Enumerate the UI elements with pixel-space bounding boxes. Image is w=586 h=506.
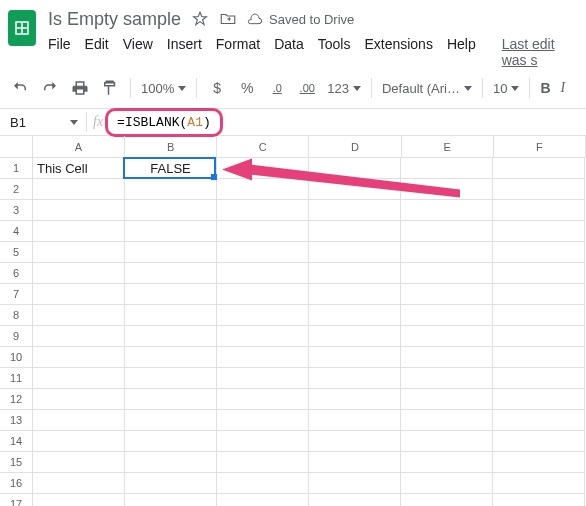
cell[interactable] (309, 410, 401, 431)
cell[interactable] (33, 431, 125, 452)
zoom-selector[interactable]: 100% (141, 81, 186, 96)
cell[interactable] (33, 326, 125, 347)
name-box[interactable]: B1 (0, 115, 86, 130)
cell[interactable] (217, 368, 309, 389)
menu-help[interactable]: Help (447, 36, 476, 68)
cell[interactable] (401, 200, 493, 221)
row-header[interactable]: 9 (0, 326, 33, 347)
font-selector[interactable]: Default (Ari… (382, 81, 472, 96)
row-header[interactable]: 13 (0, 410, 33, 431)
cell[interactable]: FALSE (125, 158, 217, 179)
cell[interactable] (33, 452, 125, 473)
cell[interactable] (493, 305, 585, 326)
row-header[interactable]: 3 (0, 200, 33, 221)
cell[interactable] (401, 431, 493, 452)
row-header[interactable]: 2 (0, 179, 33, 200)
row-header[interactable]: 16 (0, 473, 33, 494)
cell[interactable] (493, 158, 585, 179)
move-folder-icon[interactable] (219, 10, 237, 28)
cell[interactable] (309, 242, 401, 263)
column-header[interactable]: D (309, 136, 401, 158)
cell[interactable] (217, 326, 309, 347)
cell[interactable] (493, 494, 585, 506)
cell[interactable] (217, 431, 309, 452)
row-header[interactable]: 8 (0, 305, 33, 326)
cell[interactable] (33, 200, 125, 221)
cell[interactable] (125, 389, 217, 410)
cell[interactable] (33, 473, 125, 494)
print-icon[interactable] (70, 78, 90, 98)
cell[interactable] (493, 221, 585, 242)
menu-file[interactable]: File (48, 36, 71, 68)
row-header[interactable]: 10 (0, 347, 33, 368)
cell[interactable] (309, 179, 401, 200)
cell[interactable] (493, 389, 585, 410)
cell[interactable] (401, 305, 493, 326)
italic-button[interactable]: I (561, 80, 566, 96)
cell[interactable] (493, 431, 585, 452)
cell[interactable] (401, 452, 493, 473)
cell[interactable] (309, 284, 401, 305)
cell[interactable] (125, 410, 217, 431)
menu-edit[interactable]: Edit (85, 36, 109, 68)
cell[interactable] (217, 263, 309, 284)
font-size-selector[interactable]: 10 (493, 81, 519, 96)
column-header[interactable]: F (494, 136, 586, 158)
cell[interactable] (217, 179, 309, 200)
cell[interactable] (33, 263, 125, 284)
cell[interactable] (309, 473, 401, 494)
cell[interactable] (33, 179, 125, 200)
menu-insert[interactable]: Insert (167, 36, 202, 68)
cell[interactable] (493, 263, 585, 284)
cell[interactable] (33, 305, 125, 326)
cell[interactable] (217, 221, 309, 242)
cell[interactable] (309, 452, 401, 473)
row-header[interactable]: 17 (0, 494, 33, 506)
menu-tools[interactable]: Tools (318, 36, 351, 68)
row-header[interactable]: 15 (0, 452, 33, 473)
cell[interactable] (309, 368, 401, 389)
cell[interactable] (125, 452, 217, 473)
cell[interactable] (493, 347, 585, 368)
cell[interactable] (401, 494, 493, 506)
row-header[interactable]: 12 (0, 389, 33, 410)
cell[interactable] (33, 368, 125, 389)
cell[interactable] (125, 242, 217, 263)
cell[interactable] (125, 263, 217, 284)
cell[interactable] (125, 200, 217, 221)
cell[interactable] (309, 347, 401, 368)
row-header[interactable]: 4 (0, 221, 33, 242)
cell[interactable] (401, 326, 493, 347)
cell[interactable] (493, 326, 585, 347)
cell[interactable] (401, 368, 493, 389)
cell[interactable] (401, 473, 493, 494)
cell[interactable] (309, 326, 401, 347)
currency-button[interactable]: $ (207, 78, 227, 98)
column-header[interactable]: B (125, 136, 217, 158)
cell[interactable] (493, 368, 585, 389)
cell[interactable] (125, 347, 217, 368)
decrease-decimal-button[interactable]: .0 (267, 78, 287, 98)
star-icon[interactable] (191, 10, 209, 28)
column-header[interactable]: A (33, 136, 125, 158)
sheets-logo[interactable] (8, 10, 36, 46)
cell[interactable] (401, 284, 493, 305)
number-format-selector[interactable]: 123 (327, 81, 361, 96)
cell[interactable] (33, 389, 125, 410)
row-header[interactable]: 5 (0, 242, 33, 263)
cell[interactable] (125, 179, 217, 200)
cell[interactable] (309, 494, 401, 506)
cell[interactable] (493, 410, 585, 431)
cell[interactable] (217, 200, 309, 221)
cell[interactable] (217, 473, 309, 494)
cell[interactable] (217, 347, 309, 368)
cell[interactable] (493, 242, 585, 263)
cell[interactable] (33, 347, 125, 368)
row-header[interactable]: 7 (0, 284, 33, 305)
cell[interactable] (309, 389, 401, 410)
cell[interactable] (401, 410, 493, 431)
column-header[interactable]: E (402, 136, 494, 158)
cell[interactable] (125, 305, 217, 326)
cell[interactable] (401, 221, 493, 242)
redo-icon[interactable] (40, 78, 60, 98)
